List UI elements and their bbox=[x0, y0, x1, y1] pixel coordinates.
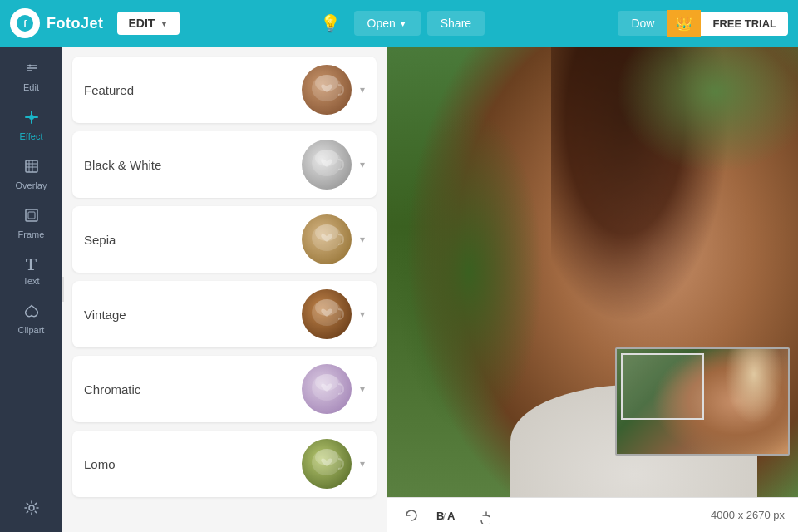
edit-mode-label: EDIT bbox=[129, 17, 155, 30]
logo-text: FotoJet bbox=[47, 15, 104, 32]
effect-chevron-vintage: ▾ bbox=[360, 308, 365, 320]
thumb-svg bbox=[302, 289, 352, 339]
effect-thumbnail-sepia bbox=[302, 214, 352, 264]
header-center: 💡 Open ▼ Share bbox=[186, 10, 611, 37]
effect-label-vintage: Vintage bbox=[84, 308, 293, 322]
sidebar-overlay-label: Overlay bbox=[16, 180, 47, 190]
effect-label-featured: Featured bbox=[84, 83, 293, 97]
sidebar-frame-label: Frame bbox=[18, 229, 45, 239]
header: f FotoJet EDIT ▼ 💡 Open ▼ Share Dow 👑 FR… bbox=[0, 0, 798, 47]
download-button[interactable]: Dow bbox=[618, 11, 667, 36]
logo-area: f FotoJet bbox=[10, 8, 104, 38]
effect-item-lomo[interactable]: Lomo ▾ bbox=[72, 431, 377, 497]
svg-point-18 bbox=[29, 505, 34, 510]
header-right: Dow 👑 FREE TRIAL bbox=[618, 10, 788, 37]
svg-point-5 bbox=[28, 65, 31, 67]
minimap[interactable] bbox=[615, 347, 790, 456]
effect-item-vintage[interactable]: Vintage ▾ bbox=[72, 281, 377, 347]
sidebar-item-settings[interactable] bbox=[2, 493, 61, 525]
minimap-viewport[interactable] bbox=[621, 353, 704, 420]
rotate-right-button[interactable] bbox=[470, 504, 493, 527]
thumb-svg bbox=[302, 214, 352, 264]
effect-label-lomo: Lomo bbox=[84, 457, 293, 471]
rotate-left-button[interactable] bbox=[400, 504, 423, 527]
effect-chevron-featured: ▾ bbox=[360, 84, 365, 96]
edit-icon bbox=[23, 60, 40, 79]
free-trial-button[interactable]: FREE TRIAL bbox=[701, 12, 788, 36]
edit-mode-dropdown[interactable]: EDIT ▼ bbox=[117, 12, 180, 35]
main-layout: Edit Effect bbox=[0, 47, 798, 532]
dropdown-chevron: ▼ bbox=[160, 19, 168, 28]
svg-text:A: A bbox=[447, 510, 456, 522]
crown-icon: 👑 bbox=[676, 16, 692, 32]
effect-thumbnail-featured bbox=[302, 65, 352, 115]
bottom-toolbar: B / A 4000 x 2670 px bbox=[387, 497, 798, 532]
rotate-left-icon bbox=[403, 507, 420, 524]
effect-thumbnail-chromatic bbox=[302, 364, 352, 414]
effect-label-black-white: Black & White bbox=[84, 158, 293, 172]
effect-item-black-white[interactable]: Black & White ▾ bbox=[72, 131, 377, 198]
effect-thumbnail-lomo bbox=[302, 439, 352, 489]
effect-item-featured[interactable]: Featured ▾ bbox=[72, 57, 377, 123]
sidebar: Edit Effect bbox=[0, 47, 62, 532]
svg-rect-17 bbox=[28, 212, 35, 219]
svg-text:/: / bbox=[443, 511, 446, 521]
svg-point-10 bbox=[29, 115, 34, 120]
frame-icon bbox=[23, 207, 40, 226]
effect-label-chromatic: Chromatic bbox=[84, 382, 293, 397]
text-icon: T bbox=[26, 256, 37, 273]
bw-icon: B / A bbox=[436, 508, 456, 523]
canvas-area: B / A 4000 x 2670 px bbox=[387, 47, 798, 532]
thumb-svg bbox=[302, 364, 352, 414]
sidebar-effect-label: Effect bbox=[20, 131, 43, 141]
sidebar-item-overlay[interactable]: Overlay bbox=[2, 151, 61, 197]
sidebar-clipart-label: Clipart bbox=[18, 325, 45, 335]
clipart-icon bbox=[23, 303, 40, 322]
share-button[interactable]: Share bbox=[427, 11, 485, 36]
logo-icon: f bbox=[10, 8, 40, 38]
crown-button[interactable]: 👑 bbox=[667, 10, 701, 37]
effect-thumbnail-black-white bbox=[302, 140, 352, 190]
open-chevron: ▼ bbox=[399, 19, 407, 28]
sidebar-text-label: Text bbox=[22, 276, 39, 286]
thumb-svg bbox=[302, 439, 352, 489]
minimap-inner bbox=[617, 349, 788, 454]
sidebar-item-edit[interactable]: Edit bbox=[2, 53, 61, 99]
sidebar-item-clipart[interactable]: Clipart bbox=[2, 296, 61, 342]
effect-item-sepia[interactable]: Sepia ▾ bbox=[72, 206, 377, 273]
sidebar-item-text[interactable]: T Text bbox=[2, 249, 61, 293]
settings-icon bbox=[23, 500, 40, 519]
thumb-svg bbox=[302, 140, 352, 190]
svg-rect-11 bbox=[26, 160, 37, 172]
effect-item-chromatic[interactable]: Chromatic ▾ bbox=[72, 356, 377, 422]
overlay-icon bbox=[23, 158, 40, 177]
svg-rect-16 bbox=[26, 209, 37, 221]
effect-chevron-lomo: ▾ bbox=[360, 458, 365, 470]
svg-text:f: f bbox=[23, 18, 27, 28]
image-size: 4000 x 2670 px bbox=[711, 509, 785, 521]
effects-panel: ‹ Featured ▾ Black & White bbox=[62, 47, 387, 532]
sidebar-item-frame[interactable]: Frame bbox=[2, 200, 61, 246]
sidebar-item-effect[interactable]: Effect bbox=[2, 102, 61, 148]
collapse-panel-button[interactable]: ‹ bbox=[62, 277, 64, 302]
open-button[interactable]: Open ▼ bbox=[354, 11, 421, 36]
minimap-person bbox=[720, 349, 788, 433]
rotate-right-icon bbox=[473, 507, 490, 524]
bulb-button[interactable]: 💡 bbox=[313, 10, 347, 37]
thumb-svg bbox=[302, 65, 352, 115]
canvas-content[interactable] bbox=[387, 47, 798, 497]
effect-chevron-sepia: ▾ bbox=[360, 234, 365, 245]
effect-chevron-black-white: ▾ bbox=[360, 159, 365, 170]
effect-label-sepia: Sepia bbox=[84, 233, 293, 247]
bw-toggle-button[interactable]: B / A bbox=[433, 505, 460, 526]
effect-thumbnail-vintage bbox=[302, 289, 352, 339]
effect-chevron-chromatic: ▾ bbox=[360, 383, 365, 395]
effect-icon bbox=[23, 109, 40, 128]
effects-list: Featured ▾ Black & White bbox=[72, 57, 377, 497]
sidebar-edit-label: Edit bbox=[23, 82, 39, 92]
